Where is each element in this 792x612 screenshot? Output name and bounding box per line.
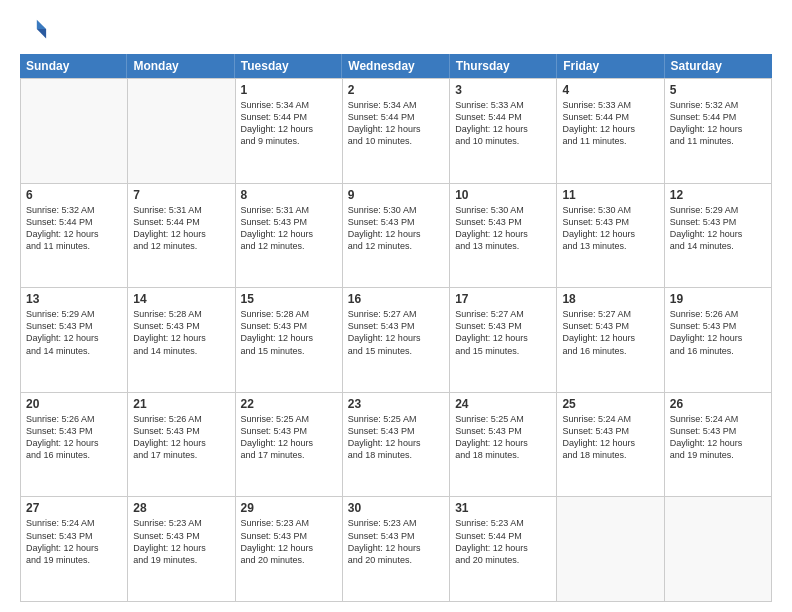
cell-line: Daylight: 12 hours: [562, 437, 658, 449]
day-number: 27: [26, 501, 122, 515]
cal-cell: 8Sunrise: 5:31 AMSunset: 5:43 PMDaylight…: [236, 184, 343, 289]
cal-cell: 21Sunrise: 5:26 AMSunset: 5:43 PMDayligh…: [128, 393, 235, 498]
cal-cell: 18Sunrise: 5:27 AMSunset: 5:43 PMDayligh…: [557, 288, 664, 393]
cal-cell: 19Sunrise: 5:26 AMSunset: 5:43 PMDayligh…: [665, 288, 772, 393]
calendar-header: SundayMondayTuesdayWednesdayThursdayFrid…: [20, 54, 772, 78]
header-day-sunday: Sunday: [20, 54, 127, 78]
cell-line: Sunrise: 5:28 AM: [133, 308, 229, 320]
cal-cell: [665, 497, 772, 602]
day-number: 13: [26, 292, 122, 306]
cell-line: Sunset: 5:43 PM: [348, 530, 444, 542]
cell-line: Sunrise: 5:26 AM: [670, 308, 766, 320]
cell-line: Sunset: 5:43 PM: [26, 320, 122, 332]
cal-cell: 17Sunrise: 5:27 AMSunset: 5:43 PMDayligh…: [450, 288, 557, 393]
cell-line: Sunrise: 5:31 AM: [241, 204, 337, 216]
cell-line: and 20 minutes.: [348, 554, 444, 566]
day-number: 2: [348, 83, 444, 97]
cell-line: and 11 minutes.: [26, 240, 122, 252]
cell-line: Sunrise: 5:34 AM: [348, 99, 444, 111]
day-number: 22: [241, 397, 337, 411]
cal-cell: 31Sunrise: 5:23 AMSunset: 5:44 PMDayligh…: [450, 497, 557, 602]
cell-line: and 17 minutes.: [241, 449, 337, 461]
cell-line: Sunrise: 5:24 AM: [670, 413, 766, 425]
day-number: 9: [348, 188, 444, 202]
cell-line: Sunrise: 5:31 AM: [133, 204, 229, 216]
cell-line: Sunrise: 5:23 AM: [348, 517, 444, 529]
cell-line: and 13 minutes.: [562, 240, 658, 252]
cell-line: Sunset: 5:44 PM: [133, 216, 229, 228]
cell-line: Sunrise: 5:24 AM: [562, 413, 658, 425]
cell-line: Sunset: 5:43 PM: [26, 530, 122, 542]
cell-line: Daylight: 12 hours: [670, 437, 766, 449]
cell-line: Sunrise: 5:29 AM: [670, 204, 766, 216]
cell-line: Sunrise: 5:23 AM: [455, 517, 551, 529]
cell-line: Sunset: 5:43 PM: [348, 425, 444, 437]
cell-line: Daylight: 12 hours: [241, 542, 337, 554]
cell-line: and 10 minutes.: [348, 135, 444, 147]
cell-line: and 12 minutes.: [348, 240, 444, 252]
cell-line: Daylight: 12 hours: [670, 228, 766, 240]
cal-cell: 29Sunrise: 5:23 AMSunset: 5:43 PMDayligh…: [236, 497, 343, 602]
cell-line: Sunrise: 5:28 AM: [241, 308, 337, 320]
cell-line: Sunset: 5:43 PM: [241, 530, 337, 542]
day-number: 28: [133, 501, 229, 515]
cal-cell: 3Sunrise: 5:33 AMSunset: 5:44 PMDaylight…: [450, 79, 557, 184]
cal-cell: [128, 79, 235, 184]
cal-cell: 14Sunrise: 5:28 AMSunset: 5:43 PMDayligh…: [128, 288, 235, 393]
svg-marker-0: [37, 20, 46, 29]
cell-line: Sunrise: 5:27 AM: [455, 308, 551, 320]
cell-line: Daylight: 12 hours: [562, 332, 658, 344]
cell-line: Sunrise: 5:23 AM: [241, 517, 337, 529]
header-day-thursday: Thursday: [450, 54, 557, 78]
cell-line: Daylight: 12 hours: [348, 228, 444, 240]
cell-line: Daylight: 12 hours: [133, 332, 229, 344]
cell-line: and 10 minutes.: [455, 135, 551, 147]
day-number: 12: [670, 188, 766, 202]
cell-line: Sunset: 5:43 PM: [26, 425, 122, 437]
cal-cell: 27Sunrise: 5:24 AMSunset: 5:43 PMDayligh…: [21, 497, 128, 602]
cell-line: Sunset: 5:43 PM: [133, 320, 229, 332]
week-row-2: 6Sunrise: 5:32 AMSunset: 5:44 PMDaylight…: [21, 184, 772, 289]
cell-line: Sunrise: 5:25 AM: [455, 413, 551, 425]
day-number: 26: [670, 397, 766, 411]
cell-line: and 19 minutes.: [26, 554, 122, 566]
cell-line: Sunset: 5:43 PM: [348, 216, 444, 228]
cell-line: Sunrise: 5:33 AM: [455, 99, 551, 111]
cell-line: Sunrise: 5:23 AM: [133, 517, 229, 529]
cell-line: Sunrise: 5:25 AM: [241, 413, 337, 425]
day-number: 25: [562, 397, 658, 411]
header-day-wednesday: Wednesday: [342, 54, 449, 78]
cal-cell: 6Sunrise: 5:32 AMSunset: 5:44 PMDaylight…: [21, 184, 128, 289]
cal-cell: 20Sunrise: 5:26 AMSunset: 5:43 PMDayligh…: [21, 393, 128, 498]
cell-line: Sunset: 5:43 PM: [670, 425, 766, 437]
cell-line: Daylight: 12 hours: [348, 332, 444, 344]
header-day-monday: Monday: [127, 54, 234, 78]
cell-line: Daylight: 12 hours: [241, 437, 337, 449]
cell-line: Sunset: 5:44 PM: [348, 111, 444, 123]
day-number: 23: [348, 397, 444, 411]
week-row-3: 13Sunrise: 5:29 AMSunset: 5:43 PMDayligh…: [21, 288, 772, 393]
cal-cell: 1Sunrise: 5:34 AMSunset: 5:44 PMDaylight…: [236, 79, 343, 184]
day-number: 5: [670, 83, 766, 97]
cell-line: Daylight: 12 hours: [26, 332, 122, 344]
cell-line: Daylight: 12 hours: [241, 332, 337, 344]
cell-line: Sunset: 5:43 PM: [241, 425, 337, 437]
cell-line: and 14 minutes.: [670, 240, 766, 252]
cell-line: Daylight: 12 hours: [348, 542, 444, 554]
cell-line: Sunset: 5:44 PM: [562, 111, 658, 123]
cell-line: Daylight: 12 hours: [241, 228, 337, 240]
cal-cell: 22Sunrise: 5:25 AMSunset: 5:43 PMDayligh…: [236, 393, 343, 498]
cell-line: and 16 minutes.: [562, 345, 658, 357]
cal-cell: 15Sunrise: 5:28 AMSunset: 5:43 PMDayligh…: [236, 288, 343, 393]
cell-line: Daylight: 12 hours: [26, 437, 122, 449]
day-number: 29: [241, 501, 337, 515]
cell-line: Sunrise: 5:24 AM: [26, 517, 122, 529]
day-number: 8: [241, 188, 337, 202]
cell-line: Daylight: 12 hours: [348, 437, 444, 449]
cell-line: and 18 minutes.: [562, 449, 658, 461]
cell-line: Sunset: 5:43 PM: [241, 216, 337, 228]
cell-line: and 14 minutes.: [26, 345, 122, 357]
cell-line: Daylight: 12 hours: [133, 228, 229, 240]
cell-line: Sunset: 5:43 PM: [348, 320, 444, 332]
cal-cell: 5Sunrise: 5:32 AMSunset: 5:44 PMDaylight…: [665, 79, 772, 184]
